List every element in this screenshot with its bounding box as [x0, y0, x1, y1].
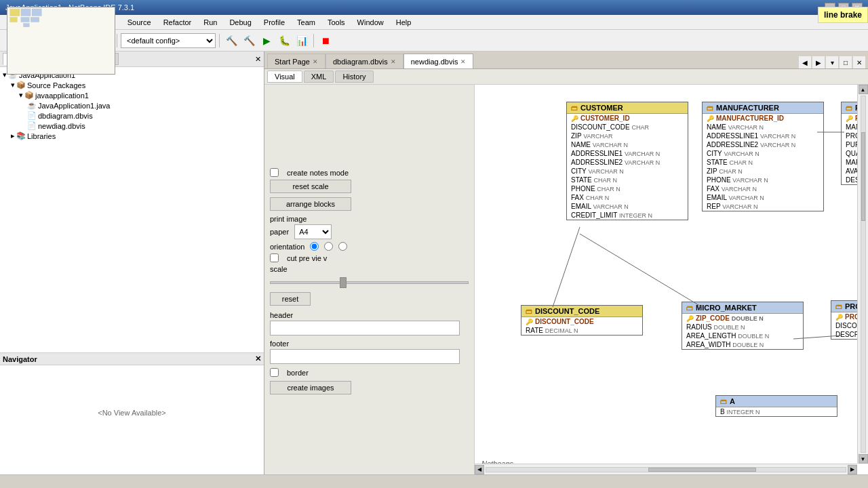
- menu-team[interactable]: Team: [292, 17, 321, 28]
- menu-run[interactable]: Run: [198, 17, 222, 28]
- a-header: 🗃 A: [716, 396, 837, 407]
- profile-button[interactable]: 📊: [294, 33, 310, 49]
- tab-close[interactable]: ✕: [853, 56, 865, 68]
- tree-content: ▾ ☕ JavaApplication1 ▾ 📦 Source Packages…: [0, 67, 264, 144]
- expand-icon: ▸: [11, 131, 15, 140]
- debug-run-button[interactable]: 🐛: [276, 33, 292, 49]
- sub-tab-history[interactable]: History: [335, 70, 373, 83]
- discount-code-title: DISCOUNT_CODE: [535, 307, 599, 315]
- customer-table[interactable]: 🗃 CUSTOMER 🔑 CUSTOMER_ID DISCOUNT_CODE C…: [566, 102, 688, 220]
- v-scroll-thumb[interactable]: [861, 132, 865, 221]
- tab-close-icon[interactable]: ✕: [391, 58, 396, 65]
- manufacturer-row-rep: REP VARCHAR N: [703, 202, 823, 211]
- customer-row-email: EMAIL VARCHAR N: [567, 202, 688, 211]
- tree-node-pkg[interactable]: ▾ 📦 javaapplication1: [3, 90, 261, 100]
- menu-help[interactable]: Help: [391, 17, 417, 28]
- menu-profile[interactable]: Profile: [258, 17, 290, 28]
- tab-restore[interactable]: □: [840, 56, 852, 68]
- stop-button[interactable]: ⏹: [317, 33, 334, 49]
- main-layout: Projects Files Services ✕ ▾ ☕ JavaApplic…: [0, 52, 868, 474]
- field-name: DISCOUNT_CODE CHAR: [571, 123, 649, 131]
- v-scroll-track: [861, 96, 866, 453]
- left-panel: Projects Files Services ✕ ▾ ☕ JavaApplic…: [0, 52, 264, 474]
- scale-thumb[interactable]: [340, 277, 347, 288]
- header-input[interactable]: [270, 321, 460, 336]
- field-name: RADIUS DOUBLE N: [686, 323, 745, 331]
- discount-code-row-code: 🔑 DISCOUNT_CODE: [521, 317, 642, 326]
- create-images-button[interactable]: create images: [270, 381, 351, 394]
- manufacturer-table[interactable]: 🗃 MANUFACTURER 🔑 MANUFACTURER_ID NAME VA…: [702, 102, 824, 211]
- svg-line-0: [553, 227, 580, 307]
- pk-icon: 🔑: [571, 115, 578, 122]
- clean-build-button[interactable]: 🔨: [241, 33, 257, 49]
- menu-refactor[interactable]: Refactor: [158, 17, 197, 28]
- arrange-blocks-button[interactable]: arrange blocks: [270, 197, 351, 211]
- field-name: STATE CHAR N: [707, 159, 753, 166]
- menu-tools[interactable]: Tools: [322, 17, 351, 28]
- scroll-down-button[interactable]: ▼: [859, 454, 868, 464]
- tab-dbdiagram[interactable]: dbdiagram.dbvis ✕: [326, 54, 403, 68]
- orientation-radio-group: [310, 242, 347, 251]
- tree-node-newdiag[interactable]: 📄 newdiag.dbvis: [3, 121, 261, 131]
- micro-market-table[interactable]: 🗃 MICRO_MARKET 🔑 ZIP_CODE DOUBLE N RADIU…: [682, 302, 804, 350]
- tab-start-page[interactable]: Start Page ✕: [267, 54, 326, 68]
- db-canvas[interactable]: 🗃 CUSTOMER 🔑 CUSTOMER_ID DISCOUNT_CODE C…: [475, 85, 868, 474]
- cut-preview-row: cut pre vie v: [270, 253, 469, 262]
- manufacturer-title: MANUFACTURER: [716, 104, 779, 112]
- toolbar: 📁 📂 💾 🗂️ ↩ ↪ <default config> 🔨 🔨 ▶ 🐛 📊 …: [0, 30, 868, 52]
- file-icon: 📄: [27, 111, 37, 120]
- tree-node-main-java[interactable]: ☕ JavaApplication1.java: [3, 100, 261, 110]
- tab-scroll-left[interactable]: ◀: [799, 56, 811, 68]
- field-name: PHONE CHAR N: [571, 185, 620, 192]
- paper-select[interactable]: A4 A3 Letter: [294, 224, 332, 239]
- menu-debug[interactable]: Debug: [224, 17, 256, 28]
- tab-bar: Start Page ✕ dbdiagram.dbvis ✕ newdiag.d…: [264, 52, 868, 69]
- java-icon: ☕: [27, 101, 37, 110]
- discount-code-table[interactable]: 🗃 DISCOUNT_CODE 🔑 DISCOUNT_CODE RATE DEC…: [521, 305, 643, 336]
- scroll-thumb[interactable]: [648, 468, 756, 472]
- menu-window[interactable]: Window: [352, 17, 389, 28]
- tab-close-icon[interactable]: ✕: [460, 58, 466, 65]
- reset-button[interactable]: reset: [270, 292, 311, 306]
- tree-node-dbdiagram[interactable]: 📄 dbdiagram.dbvis: [3, 110, 261, 121]
- config-select[interactable]: <default config>: [121, 33, 216, 48]
- run-button[interactable]: ▶: [258, 33, 275, 49]
- customer-row-discount: DISCOUNT_CODE CHAR: [567, 123, 688, 131]
- customer-header: 🗃 CUSTOMER: [567, 102, 688, 114]
- tree-close-button[interactable]: ✕: [255, 55, 261, 64]
- vertical-scrollbar[interactable]: ▲ ▼: [857, 85, 868, 464]
- controls-panel: create notes mode reset scale arrange bl…: [264, 85, 475, 474]
- footer-input[interactable]: [270, 349, 460, 364]
- radio-auto[interactable]: [338, 242, 347, 251]
- radio-landscape[interactable]: [324, 242, 333, 251]
- sub-tab-visual[interactable]: Visual: [267, 70, 302, 83]
- a-table[interactable]: 🗃 A B INTEGER N: [715, 395, 837, 417]
- tree-node-src[interactable]: ▾ 📦 Source Packages: [3, 80, 261, 90]
- manufacturer-row-name: NAME VARCHAR N: [703, 123, 823, 131]
- tab-dropdown[interactable]: ▾: [826, 56, 838, 68]
- tab-newdiag[interactable]: newdiag.dbvis ✕: [403, 54, 474, 68]
- menu-source[interactable]: Source: [122, 17, 157, 28]
- scroll-up-button[interactable]: ▲: [859, 85, 868, 94]
- tab-close-icon[interactable]: ✕: [313, 58, 318, 65]
- sub-tab-xml[interactable]: XML: [304, 70, 334, 83]
- reset-scale-button[interactable]: reset scale: [270, 180, 351, 193]
- tab-scroll-right[interactable]: ▶: [812, 56, 825, 68]
- scroll-left-button[interactable]: ◀: [475, 465, 484, 474]
- customer-row-fax: FAX CHAR N: [567, 193, 688, 202]
- footer-label: footer: [270, 340, 469, 348]
- horizontal-scrollbar[interactable]: ◀ ▶: [475, 464, 857, 474]
- radio-portrait[interactable]: [310, 242, 319, 251]
- scroll-right-button[interactable]: ▶: [848, 465, 857, 474]
- create-notes-label: create notes mode: [287, 169, 349, 177]
- navigator-close[interactable]: ✕: [255, 354, 261, 363]
- navigator-content: <No View Available>: [0, 406, 264, 420]
- micro-market-header: 🗃 MICRO_MARKET: [682, 302, 803, 314]
- pk-icon: 🔑: [835, 314, 843, 321]
- create-notes-checkbox[interactable]: [270, 168, 279, 177]
- border-checkbox[interactable]: [270, 368, 279, 377]
- tree-node-libs[interactable]: ▸ 📚 Libraries: [3, 131, 261, 141]
- build-button[interactable]: 🔨: [223, 33, 239, 49]
- cut-preview-checkbox[interactable]: [270, 253, 279, 262]
- field-name: ZIP VARCHAR: [571, 132, 613, 140]
